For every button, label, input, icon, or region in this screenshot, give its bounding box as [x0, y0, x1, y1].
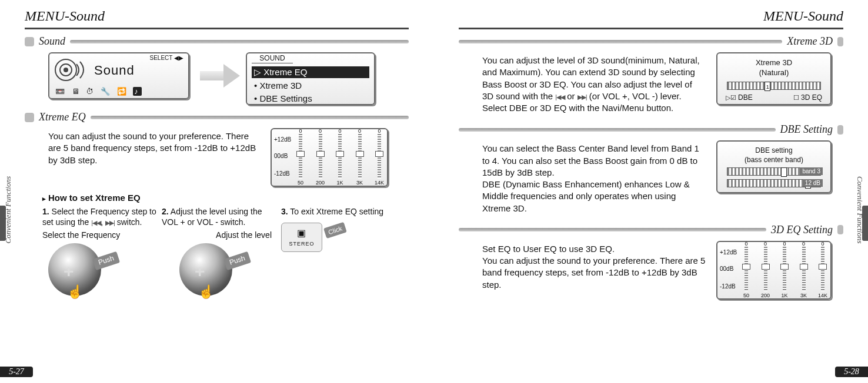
menu-item[interactable]: Xtreme 3D	[252, 80, 369, 91]
eq-label-mid: 00dB	[720, 266, 733, 272]
step-text: Adjust the level using the VOL + or VOL …	[162, 207, 262, 227]
screen-line: Xtreme 3D	[722, 58, 826, 67]
navi-dial[interactable]: + ☝ Push	[42, 243, 113, 296]
eq-band[interactable]: 050	[742, 247, 750, 291]
eq-bands: 050 0200 01K 03K 014K	[742, 247, 827, 291]
slider-knob[interactable]: 1	[764, 82, 770, 91]
eq-band-value: 0	[742, 241, 750, 247]
eq3d-para: Set EQ to User EQ to use 3D EQ. You can …	[482, 243, 706, 291]
section-bar	[70, 40, 409, 43]
xtreme3d-screen: Xtreme 3D (Natural) 1 DBE 3D EQ	[716, 52, 832, 105]
slider-tag: band 3	[800, 167, 823, 175]
howto-step-3: 3. To exit Xtreme EQ setting ▣ STEREO Cl…	[281, 206, 397, 296]
eq-band-value: 0	[356, 128, 364, 134]
section-label: DBE Setting	[780, 123, 833, 136]
eq-band-value: 0	[296, 128, 305, 134]
section-dbe-title: DBE Setting	[459, 123, 843, 136]
eq-band-freq: 3K	[353, 180, 366, 186]
eq3d-screen: +12dB 00dB -12dB 050 0200 01K 03K 014K	[716, 241, 832, 300]
eq-label-top: +12dB	[274, 136, 291, 143]
eq-band-value: 0	[762, 241, 770, 247]
eq-band-value: 0	[819, 241, 827, 247]
rewind-icon: |◀◀	[91, 219, 101, 226]
section-sound-title: Sound	[25, 35, 409, 48]
eq-band-value: 0	[375, 128, 383, 134]
device-screen-sound: SELECT ◀▶ Sound 📼 🖥 ⏱ 🔧 🔁 ♪	[48, 52, 189, 99]
section-label: Xtreme 3D	[787, 35, 833, 48]
page-number: 5-28	[835, 367, 868, 377]
eq-band[interactable]: 0200	[762, 247, 770, 291]
hand-icon: ☝	[67, 284, 83, 301]
section-xtremeeq-title: Xtreme EQ	[25, 111, 409, 123]
forward-icon: ▶▶|	[577, 93, 587, 100]
band-slider[interactable]: band 3	[727, 167, 821, 176]
step-text: To exit Xtreme EQ setting	[290, 207, 383, 216]
eq-band-value: 0	[780, 241, 789, 247]
screen-line: (Natural)	[722, 68, 826, 77]
eq-band[interactable]: 014K	[375, 134, 383, 179]
page-left: Convenient Functions MENU-Sound Sound SE…	[0, 0, 434, 383]
forward-icon: ▶▶|	[105, 219, 115, 226]
eq-band-freq: 200	[759, 293, 772, 298]
eq3d-row: Set EQ to User EQ to use 3D EQ. You can …	[482, 241, 832, 300]
mode-icon-active: ♪	[133, 87, 142, 96]
screen-line: DBE setting	[722, 146, 826, 154]
step-caption: Adjust the level	[162, 230, 272, 240]
menu-item[interactable]: Xtreme EQ	[252, 66, 369, 78]
section-label: 3D EQ Setting	[771, 224, 833, 236]
slider-knob[interactable]	[781, 167, 787, 177]
eq-screen: +12dB 00dB -12dB 050 0200 01K 03K 014K	[271, 128, 388, 187]
eq-band-freq: 14K	[373, 180, 386, 186]
eq-band[interactable]: 03K	[800, 247, 808, 291]
section-3deq-title: 3D EQ Setting	[459, 224, 843, 236]
slider-tag: 12 dB	[803, 179, 823, 187]
section-endcap	[837, 225, 843, 234]
stereo-label: STEREO	[289, 241, 314, 248]
side-label: Convenient Functions	[4, 176, 14, 243]
eq-band[interactable]: 01K	[780, 247, 789, 291]
side-label: Convenient Functions	[854, 176, 864, 243]
mode-icon: 🔧	[101, 87, 112, 96]
gain-slider[interactable]: 12 dB	[727, 179, 821, 187]
mode-icon: ⏱	[86, 87, 96, 96]
dbe-screen: DBE setting (bass center band) band 3 12…	[716, 140, 832, 193]
eq-band[interactable]: 03K	[356, 134, 364, 179]
eq-band-freq: 1K	[333, 180, 346, 186]
menu-item[interactable]: DBE Settings	[252, 93, 369, 104]
eq-band[interactable]: 014K	[819, 247, 827, 291]
plus-icon: +	[195, 260, 205, 283]
eq-label-bot: -12dB	[274, 170, 290, 177]
option-3deq[interactable]: 3D EQ	[793, 93, 822, 102]
navi-dial[interactable]: + ☝ Push	[173, 243, 244, 296]
section-endcap	[837, 125, 843, 135]
eq-band-freq: 200	[314, 180, 327, 186]
section-bar	[459, 128, 776, 132]
device-screen-soundmenu: SOUND Xtreme EQ Xtreme 3D DBE Settings	[246, 52, 375, 105]
stereo-button[interactable]: ▣ STEREO	[281, 223, 322, 252]
eq-band[interactable]: 01K	[336, 134, 344, 179]
xtreme3d-row: You can adjust the level of 3D sound(min…	[482, 52, 832, 120]
speaker-icon	[53, 57, 88, 83]
section-endcap	[837, 37, 843, 46]
menu-tab: SOUND	[252, 54, 293, 63]
eq-band[interactable]: 0200	[316, 134, 325, 179]
svg-point-2	[64, 68, 68, 72]
section-bullet	[25, 37, 34, 46]
section-bar	[91, 116, 409, 119]
step-number: 3.	[281, 207, 288, 216]
eq-band[interactable]: 050	[296, 134, 305, 179]
mode-icons: 📼 🖥 ⏱ 🔧 🔁 ♪	[55, 87, 142, 96]
eq-band-value: 0	[316, 128, 325, 134]
eq-band-freq: 3K	[797, 293, 810, 298]
hand-icon: ☝	[198, 284, 214, 301]
section-xtreme3d-title: Xtreme 3D	[459, 35, 843, 48]
xtremeeq-row: You can adjust the sound to your prefere…	[48, 128, 397, 187]
eq-band-freq: 50	[294, 180, 307, 186]
section-bar	[459, 228, 766, 231]
option-dbe[interactable]: DBE	[726, 93, 753, 102]
step-text: switch.	[117, 217, 142, 227]
eq-label-bot: -12dB	[720, 283, 736, 290]
dbe-para: You can select the Bass Center Band leve…	[482, 143, 706, 214]
section-label: Xtreme EQ	[39, 111, 86, 123]
level-slider[interactable]: 1	[727, 82, 821, 90]
